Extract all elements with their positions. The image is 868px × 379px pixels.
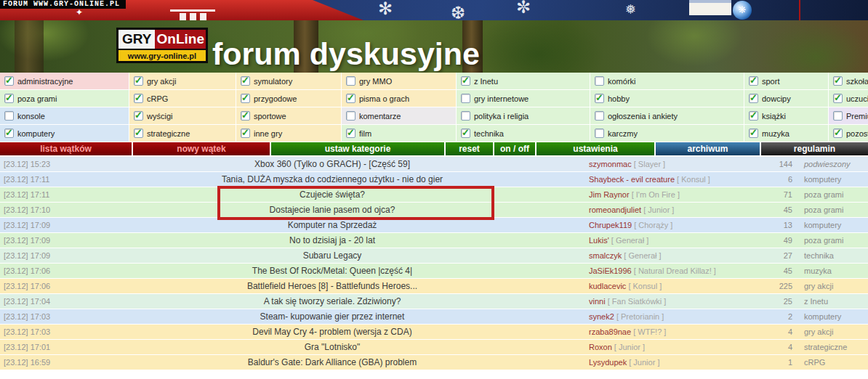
filter-cell[interactable]: sport (744, 73, 828, 89)
filter-cell[interactable]: ogłoszenia i ankiety (590, 107, 744, 124)
checkbox-icon[interactable] (749, 76, 758, 86)
thread-title-link[interactable]: A tak się tworzy seriale. Zdziwiony? (76, 296, 589, 306)
checkbox-icon[interactable] (4, 129, 14, 138)
checkbox-icon[interactable] (461, 129, 470, 138)
filter-cell[interactable]: z Inetu (457, 73, 590, 89)
checkbox-icon[interactable] (833, 129, 843, 138)
archiwum-button[interactable]: archiwum (656, 142, 760, 155)
nowy-watek-button[interactable]: nowy wątek (133, 142, 270, 155)
gry-online-logo[interactable]: GRY OnLine www.gry-online.pl (116, 28, 208, 63)
checkbox-icon[interactable] (346, 129, 355, 138)
regulamin-button[interactable]: regulamin (761, 142, 868, 155)
ustawienia-button[interactable]: ustawienia (537, 142, 654, 155)
filter-cell[interactable]: konsole (0, 107, 129, 124)
checkbox-icon[interactable] (134, 76, 143, 86)
filter-cell[interactable]: hobby (590, 90, 744, 107)
thread-author[interactable]: Lysydupek [ Junior ] (589, 358, 765, 367)
ustaw-kategorie-button[interactable]: ustaw kategorie (271, 142, 444, 155)
thread-author[interactable]: Shaybeck - evil creature [ Konsul ] (589, 175, 765, 184)
thread-title-link[interactable]: No to dzisiaj ja - 20 lat (76, 235, 589, 245)
filter-cell[interactable]: administracyjne (0, 73, 129, 89)
thread-author[interactable]: rzaba89nae [ WTF!? ] (589, 327, 765, 336)
filter-cell[interactable]: Premium (829, 107, 868, 124)
filter-cell[interactable]: dowcipy (744, 90, 828, 107)
on-off-button[interactable]: on / off (494, 142, 535, 155)
thread-title-link[interactable]: Battlefield Heroes [8] - Battlefunds Her… (76, 281, 589, 291)
filter-cell[interactable]: strategiczne (129, 125, 236, 142)
thread-author[interactable]: smalczyk [ Generał ] (589, 251, 765, 260)
thread-title-link[interactable]: Xbox 360 (Tylko o GRACH) - [Część 59] (76, 159, 589, 169)
thread-title-link[interactable]: Steam- kupowanie gier przez internet (76, 311, 589, 322)
filter-cell[interactable]: przygodowe (236, 90, 341, 107)
thread-author[interactable]: Chrupek119 [ Chorąży ] (589, 221, 765, 229)
checkbox-icon[interactable] (241, 111, 250, 121)
checkbox-icon[interactable] (346, 94, 355, 103)
filter-cell[interactable]: szkoła (829, 73, 868, 89)
checkbox-icon[interactable] (595, 76, 604, 86)
filter-cell[interactable]: polityka i religia (457, 107, 590, 124)
checkbox-icon[interactable] (241, 129, 250, 138)
filter-cell[interactable]: sportowe (236, 107, 341, 124)
checkbox-icon[interactable] (4, 76, 14, 86)
filter-cell[interactable]: poza grami (0, 90, 129, 107)
filter-cell[interactable]: uczucia (829, 90, 868, 107)
thread-title-link[interactable]: Dostajecie lanie pasem od ojca? (76, 205, 589, 215)
filter-cell[interactable]: pozostałe (829, 125, 868, 142)
filter-cell[interactable]: gry internetowe (457, 90, 590, 107)
filter-cell[interactable]: komórki (590, 73, 744, 89)
thread-title-link[interactable]: Devil May Cry 4- problem (wersja z CDA) (76, 327, 589, 337)
checkbox-icon[interactable] (346, 111, 355, 121)
checkbox-icon[interactable] (833, 94, 843, 103)
filter-cell[interactable]: technika (457, 125, 590, 142)
checkbox-icon[interactable] (749, 94, 758, 103)
thread-author[interactable]: Jim Raynor [ I'm On Fire ] (589, 190, 765, 199)
thread-title-link[interactable]: Komputer na Sprzedaż (76, 220, 589, 230)
checkbox-icon[interactable] (595, 129, 604, 138)
lista-watkow-button[interactable]: lista wątków (0, 142, 132, 155)
checkbox-icon[interactable] (461, 111, 470, 121)
thread-author[interactable]: vinni [ Fan Siatkówki ] (589, 297, 765, 306)
thread-title-link[interactable]: Subaru Legacy (76, 250, 589, 261)
checkbox-icon[interactable] (833, 111, 843, 121)
thread-title-link[interactable]: Gra "Lotnisko" (76, 342, 589, 352)
thread-title-link[interactable]: The Best Of Rock/Metal: Queen |część 4| (76, 266, 589, 276)
thread-author[interactable]: kudlacevic [ Konsul ] (589, 282, 765, 290)
filter-cell[interactable]: gry akcji (129, 73, 236, 89)
thread-author[interactable]: romeoandjuliet [ Junior ] (589, 205, 765, 214)
filter-cell[interactable]: muzyka (744, 125, 828, 142)
checkbox-icon[interactable] (595, 94, 604, 103)
thread-title-link[interactable]: Czujecie święta? (76, 190, 589, 200)
thread-author[interactable]: JaSiEk1996 [ Natural Dread Killaz! ] (589, 266, 765, 275)
filter-cell[interactable]: komentarze (342, 107, 456, 124)
checkbox-icon[interactable] (241, 76, 250, 86)
checkbox-icon[interactable] (134, 111, 143, 121)
thread-author[interactable]: szymonmac [ Slayer ] (589, 160, 765, 168)
filter-cell[interactable]: pisma o grach (342, 90, 456, 107)
checkbox-icon[interactable] (241, 94, 250, 103)
checkbox-icon[interactable] (346, 76, 355, 86)
filter-cell[interactable]: inne gry (236, 125, 341, 142)
filter-cell[interactable]: wyścigi (129, 107, 236, 124)
checkbox-icon[interactable] (461, 76, 470, 86)
checkbox-icon[interactable] (595, 111, 604, 121)
checkbox-icon[interactable] (461, 94, 470, 103)
reset-button[interactable]: reset (446, 142, 493, 155)
checkbox-icon[interactable] (4, 111, 14, 121)
filter-cell[interactable]: symulatory (236, 73, 341, 89)
checkbox-icon[interactable] (134, 94, 143, 103)
checkbox-icon[interactable] (4, 94, 14, 103)
checkbox-icon[interactable] (749, 129, 758, 138)
filter-cell[interactable]: książki (744, 107, 828, 124)
filter-cell[interactable]: gry MMO (342, 73, 456, 89)
checkbox-icon[interactable] (749, 111, 758, 121)
thread-author[interactable]: synek2 [ Pretorianin ] (589, 312, 765, 321)
thread-title-link[interactable]: Tania, DUŻA myszka do codziennego użytku… (76, 174, 589, 184)
filter-cell[interactable]: cRPG (129, 90, 236, 107)
thread-author[interactable]: Roxon [ Junior ] (589, 343, 765, 351)
filter-cell[interactable]: komputery (0, 125, 129, 142)
thread-title-link[interactable]: Baldur's Gate: Dark Alliance (GBA) probl… (76, 357, 589, 367)
filter-cell[interactable]: karczmy (590, 125, 744, 142)
checkbox-icon[interactable] (833, 76, 843, 86)
checkbox-icon[interactable] (134, 129, 143, 138)
thread-author[interactable]: Lukis' [ Generał ] (589, 236, 765, 245)
